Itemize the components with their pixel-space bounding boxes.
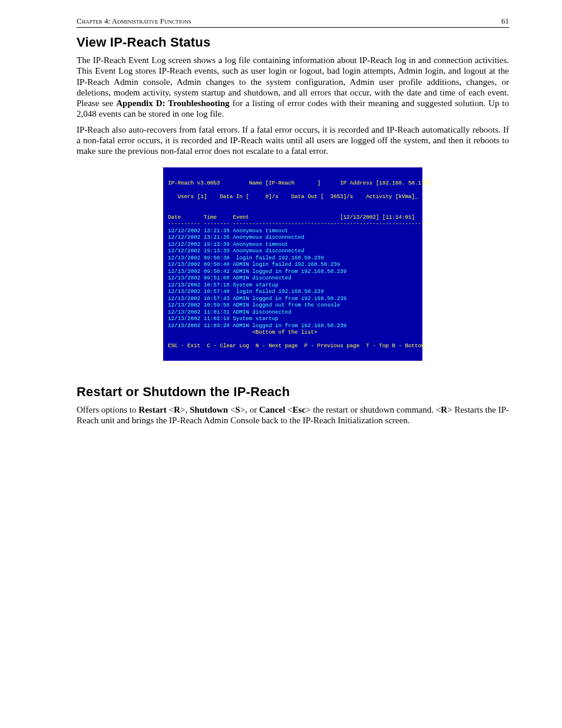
term-version: IP-Reach v3.00b3 [168,180,220,186]
shutdown-label: Shutdown [190,405,228,414]
term-col-date: Date [168,214,181,220]
log-row: 12/13/2002 09:50:40 ADMIN login failed 1… [168,261,340,268]
term-divider: ---------- -------- --------------------… [168,220,431,227]
log-row: 12/13/2002 10:57:18 System startup [168,282,278,288]
log-row: 12/13/2002 11:01:31 ADMIN disconnected [168,309,292,315]
term-data-in-val: 0]/s [265,193,278,200]
log-row: 12/13/2002 10:59:56 ADMIN logged out fro… [168,302,340,308]
log-row: 12/13/2002 11:02:19 System startup [168,315,278,322]
log-row: 12/12/2002 19:13:39 Anonymous timeout [168,241,288,248]
log-row: 12/13/2002 09:50:42 ADMIN logged in from… [168,268,346,275]
term-name: Name [IP-Reach ] [249,180,320,186]
s-key: <S> [228,405,245,414]
term-timestamp: [12/13/2002] [11:14:01] [340,214,415,220]
term-data-out: Data Out [ 3653]/s [292,193,353,200]
term-ip: IP Address [192.168. 50.173] [340,180,431,186]
log-row: 12/12/2002 13:21:35 Anonymous disconnect… [168,234,305,241]
term-cols-line: Date Time Event [12/13/2002] [11:14:01] [168,214,415,220]
term-top-line: IP-Reach v3.00b3 Name [IP-Reach ] IP Add… [168,180,431,186]
log-row: 12/12/2002 19:13:39 Anonymous disconnect… [168,248,305,254]
restart-label: Restart [138,405,166,414]
document-page: Chapter 4: Administrative Functions 61 V… [0,0,562,728]
terminal-window: IP-Reach v3.00b3 Name [IP-Reach ] IP Add… [163,167,422,361]
sep1: , [185,405,190,414]
sep2: , or [245,405,259,414]
log-row: 12/13/2002 09:50:38 login failed 192.168… [168,255,324,261]
r-key: <R> [167,405,186,414]
paragraph-3: Offers options to Restart <R>, Shutdown … [77,404,509,426]
header-chapter: Chapter 4: Administrative Functions [77,17,191,26]
terminal-container: IP-Reach v3.00b3 Name [IP-Reach ] IP Add… [77,167,509,361]
header-page-number: 61 [501,17,509,26]
log-row: 12/13/2002 10:57:43 ADMIN logged in from… [168,295,346,302]
term-bottom-text: <Bottom of the list> [252,329,317,335]
section-title-view-status: View IP-Reach Status [77,35,509,50]
p3-b: the restart or shutdown command. < [310,405,441,414]
log-row: 12/13/2002 11:03:28 ADMIN logged in from… [168,322,346,329]
section-title-restart: Restart or Shutdown the IP-Reach [77,384,509,400]
term-footer: ESC - Exit C - Clear Log N - Next page P… [168,342,425,349]
appendix-ref: Appendix D: Troubleshooting [116,98,229,108]
term-activity: Activity [kVma]_ [366,193,418,200]
log-row: 12/13/2002 09:51:08 ADMIN disconnected [168,275,292,281]
page-header: Chapter 4: Administrative Functions 61 [77,17,509,28]
log-row: 12/13/2002 10:57:40 login failed 192.168… [168,288,324,295]
paragraph-2: IP-Reach also auto-recovers from fatal e… [77,124,509,157]
term-bottom-tag: <Bottom of the list> [168,329,318,335]
term-col-event: Event [233,214,249,220]
log-row: 12/12/2002 13:21:35 Anonymous timeout [168,228,288,234]
esc-key: <Esc> [285,405,310,414]
paragraph-1: The IP-Reach Event Log screen shows a lo… [77,55,509,120]
term-data-in-label: Data In [ [220,193,249,200]
term-col-time: Time [204,214,217,220]
term-stats-line: Users [1] Data In [ 0]/s Data Out [ 3653… [168,193,418,200]
cancel-label: Cancel [259,405,285,414]
r2: R [441,405,447,414]
term-users: Users [1] [178,193,207,200]
p3-a: Offers options to [77,405,138,414]
